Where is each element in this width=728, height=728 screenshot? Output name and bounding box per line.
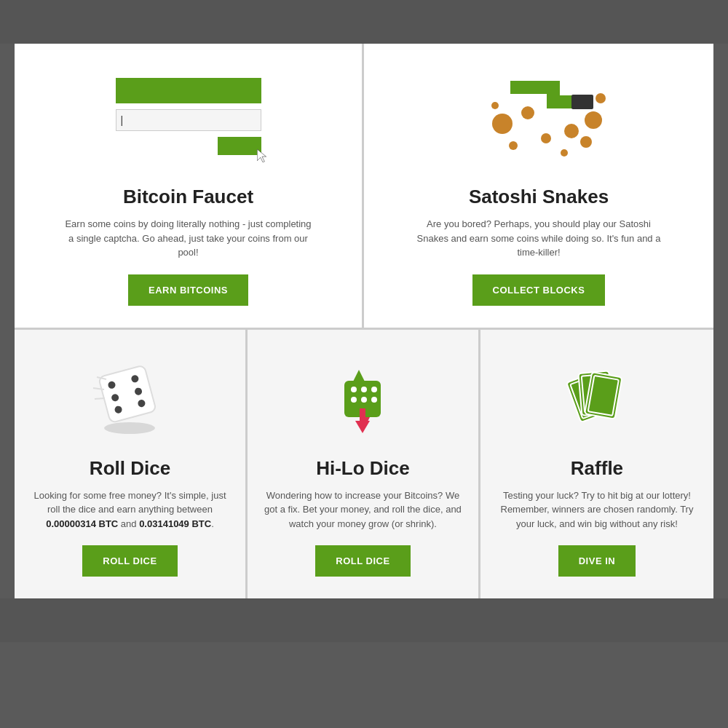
roll-dice-illustration [86, 352, 173, 439]
satoshi-snakes-card: Satoshi Snakes Are you bored? Perhaps, y… [364, 44, 713, 328]
roll-dice-svg [86, 352, 173, 439]
roll-dice-title: Roll Dice [90, 457, 170, 480]
svg-point-12 [104, 422, 155, 434]
faucet-green-bar [116, 78, 261, 103]
svg-point-28 [351, 387, 357, 392]
roll-dice-description: Looking for some free money? It's simple… [29, 488, 231, 531]
svg-point-29 [361, 387, 367, 392]
hilo-svg [319, 352, 406, 439]
svg-point-3 [521, 106, 534, 119]
svg-rect-13 [99, 365, 157, 423]
svg-point-4 [541, 133, 551, 143]
svg-rect-35 [360, 408, 365, 422]
faucet-mini-btn [218, 137, 261, 155]
svg-point-8 [491, 102, 499, 109]
raffle-svg [553, 352, 641, 439]
hilo-title: Hi-Lo Dice [316, 457, 410, 480]
hilo-roll-dice-button[interactable]: ROLL DICE [315, 545, 410, 577]
top-row: | Bitcoin Faucet Earn some coins by doin… [15, 44, 713, 330]
hilo-description: Wondering how to increase your Bitcoins?… [262, 488, 464, 531]
snake-svg [459, 66, 619, 167]
raffle-illustration [553, 352, 641, 439]
main-content: | Bitcoin Faucet Earn some coins by doin… [15, 44, 713, 598]
snakes-title: Satoshi Snakes [469, 186, 609, 208]
svg-marker-0 [257, 149, 266, 162]
top-bar [0, 0, 728, 44]
svg-point-9 [580, 136, 592, 148]
bottom-bar [0, 598, 728, 642]
svg-point-30 [371, 387, 377, 392]
raffle-card: Raffle Testing your luck? Try to hit big… [480, 330, 713, 599]
svg-line-22 [95, 398, 105, 399]
cursor-icon [257, 149, 267, 162]
svg-point-33 [371, 397, 377, 403]
svg-point-10 [561, 149, 568, 157]
svg-point-7 [509, 141, 518, 150]
faucet-description: Earn some coins by doing literally nothi… [65, 217, 312, 260]
faucet-title: Bitcoin Faucet [123, 186, 253, 208]
svg-point-2 [492, 114, 513, 134]
svg-marker-34 [355, 421, 370, 433]
earn-bitcoins-button[interactable]: EARN BITCOINS [128, 274, 248, 306]
roll-dice-card: Roll Dice Looking for some free money? I… [15, 330, 248, 599]
svg-point-6 [585, 111, 602, 129]
faucet-illustration: | [108, 66, 269, 167]
faucet-input-display: | [116, 109, 261, 131]
svg-rect-1 [571, 95, 593, 109]
raffle-description: Testing your luck? Try to hit big at our… [495, 488, 699, 531]
hilo-dice-card: Hi-Lo Dice Wondering how to increase you… [248, 330, 480, 599]
bottom-row: Roll Dice Looking for some free money? I… [15, 330, 713, 599]
collect-blocks-button[interactable]: COLLECT BLOCKS [472, 274, 606, 306]
svg-point-32 [361, 397, 367, 403]
raffle-title: Raffle [571, 457, 623, 480]
roll-dice-min: 0.00000314 BTC [46, 518, 118, 529]
hilo-illustration [319, 352, 406, 439]
roll-dice-max: 0.03141049 BTC [139, 518, 211, 529]
roll-dice-button[interactable]: ROLL DICE [82, 545, 177, 577]
faucet-cursor: | [121, 114, 124, 126]
snake-illustration [459, 66, 619, 167]
svg-point-5 [564, 124, 579, 138]
faucet-cursor-row [116, 137, 261, 155]
bitcoin-faucet-card: | Bitcoin Faucet Earn some coins by doin… [15, 44, 364, 328]
dive-in-button[interactable]: DIVE IN [558, 545, 636, 577]
snakes-description: Are you bored? Perhaps, you should play … [415, 217, 662, 260]
svg-point-31 [351, 397, 357, 403]
svg-point-11 [596, 93, 606, 103]
